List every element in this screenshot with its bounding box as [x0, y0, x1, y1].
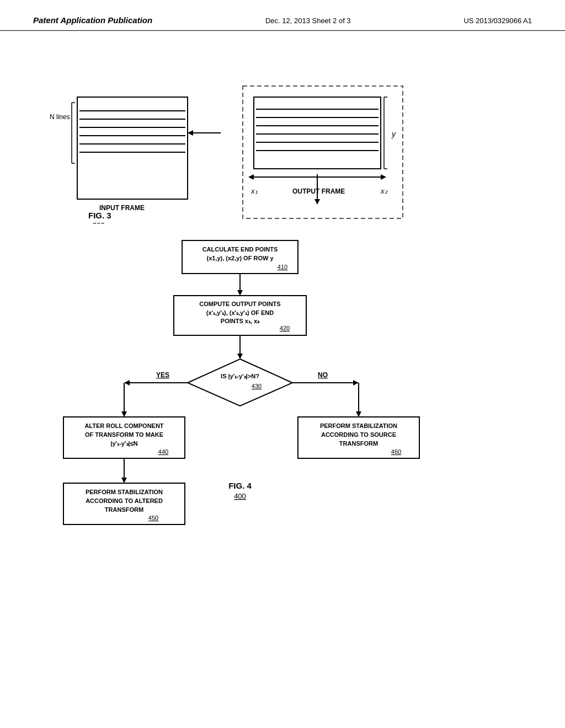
fig3-caption-text: FIG. 3 — [88, 211, 111, 220]
patent-number: US 2013/0329066 A1 — [463, 17, 532, 25]
box-source-line3: TRANSFORM — [339, 440, 378, 447]
diamond-decision — [188, 359, 292, 406]
fig3-svg: N lines INPUT FRAME — [33, 47, 486, 224]
output-frame-label: OUTPUT FRAME — [292, 188, 345, 195]
svg-marker-35 — [353, 380, 359, 386]
box-calculate-line1: CALCULATE END POINTS — [202, 246, 278, 253]
publication-label: Patent Application Publication — [33, 15, 152, 25]
y-label: y — [391, 130, 396, 138]
no-label: NO — [318, 371, 328, 379]
svg-marker-11 — [188, 130, 193, 136]
fig4-svg: CALCULATE END POINTS (x1,y), (x2,y) OF R… — [33, 235, 486, 577]
fig4-ref: 400 — [234, 492, 246, 500]
box-calculate-line2: (x1,y), (x2,y) OF ROW y — [206, 255, 274, 261]
box-alter-line2: OF TRANSFORM TO MAKE — [85, 431, 163, 438]
svg-rect-3 — [77, 97, 188, 199]
box-compute-ref: 420 — [280, 325, 290, 331]
publication-date: Dec. 12, 2013 Sheet 2 of 3 — [265, 17, 351, 25]
x2-label: x₂ — [380, 187, 388, 195]
box-alter-ref: 440 — [158, 448, 168, 455]
fig4-caption-text: FIG. 4 — [228, 481, 252, 490]
box-compute-line3: POINTS x₁, x₂ — [221, 318, 260, 324]
box-source-line1: PERFORM STABILIZATION — [320, 422, 397, 429]
n-lines-label: N lines — [50, 113, 70, 121]
main-content: N lines INPUT FRAME — [0, 31, 565, 582]
box-compute-line2: (x'₁,y'₁), (x'₂,y'₁) OF END — [206, 309, 274, 316]
svg-marker-41 — [356, 411, 361, 417]
fig3-diagram: N lines INPUT FRAME — [33, 47, 486, 224]
box-compute-line1: COMPUTE OUTPUT POINTS — [199, 301, 280, 307]
box-altered-line1: PERFORM STABILIZATION — [86, 489, 163, 495]
yes-label: YES — [156, 371, 169, 379]
svg-marker-31 — [237, 354, 243, 359]
box-altered-ref: 450 — [148, 515, 158, 521]
svg-marker-25 — [381, 174, 386, 180]
fig3-ref: 300 — [93, 221, 105, 224]
fig4-diagram: CALCULATE END POINTS (x1,y), (x2,y) OF R… — [33, 235, 486, 566]
svg-marker-24 — [248, 174, 254, 180]
box-source-line2: ACCORDING TO SOURCE — [321, 431, 396, 438]
svg-marker-27 — [315, 199, 320, 205]
box-altered-line2: ACCORDING TO ALTERED — [86, 497, 163, 504]
diamond-ref: 430 — [252, 383, 262, 389]
box-altered-line3: TRANSFORM — [105, 506, 143, 513]
svg-marker-29 — [237, 290, 243, 296]
page-header: Patent Application Publication Dec. 12, … — [0, 0, 565, 31]
x1-label: x₁ — [250, 187, 258, 195]
box-alter-line3: |y'₁-y'₂|≤N — [110, 440, 137, 447]
svg-marker-37 — [121, 411, 127, 417]
svg-marker-39 — [121, 478, 127, 483]
diamond-line1: IS |y'₁-y'₂|>N? — [221, 373, 259, 379]
svg-rect-13 — [254, 97, 381, 169]
svg-marker-33 — [124, 380, 130, 386]
box-alter-line1: ALTER ROLL COMPONENT — [84, 422, 163, 429]
box-calculate-ref: 410 — [278, 264, 287, 270]
box-source-ref: 460 — [391, 448, 401, 455]
